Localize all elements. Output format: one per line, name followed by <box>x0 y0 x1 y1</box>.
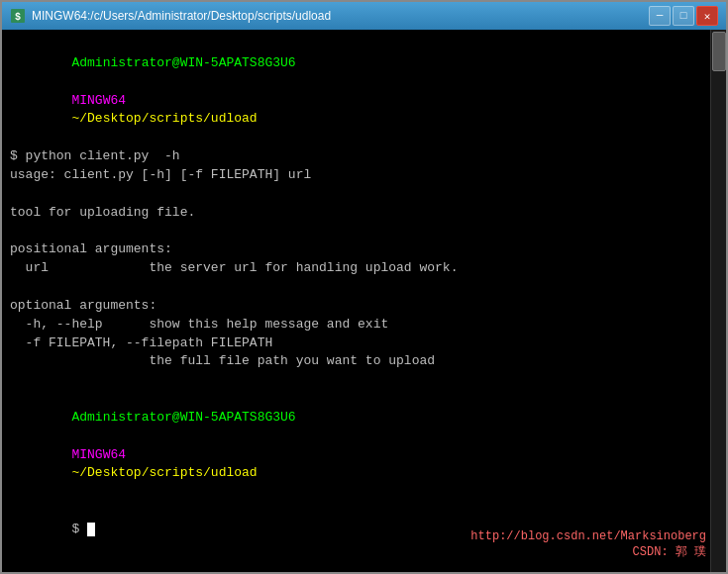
prompt-line-2: Administrator@WIN-5APATS8G3U6 MINGW64 ~/… <box>10 390 702 502</box>
optional-header: optional arguments: <box>10 297 702 316</box>
prompt2-path: ~/Desktop/scripts/udload <box>71 465 257 480</box>
command-line-1: $ python client.py -h <box>10 147 702 166</box>
optional-filepath-desc: the full file path you want to upload <box>10 352 702 371</box>
window-icon: $ <box>10 8 26 24</box>
optional-help: -h, --help show this help message and ex… <box>10 316 702 335</box>
watermark-link: http://blog.csdn.net/Marksinoberg <box>470 529 706 543</box>
close-button[interactable]: ✕ <box>696 6 718 26</box>
watermark: http://blog.csdn.net/Marksinoberg CSDN: … <box>470 529 706 560</box>
svg-text:$: $ <box>15 12 21 23</box>
window-controls: ─ □ ✕ <box>649 6 718 26</box>
blank-line-4 <box>10 371 702 390</box>
blank-line-3 <box>10 278 702 297</box>
blank-line-2 <box>10 222 702 240</box>
maximize-button[interactable]: □ <box>673 6 694 26</box>
prompt1-user: Administrator@WIN-5APATS8G3U6 <box>71 55 295 70</box>
positional-header: positional arguments: <box>10 240 702 259</box>
tool-line: tool for uploading file. <box>10 204 702 223</box>
prompt1-space <box>71 74 79 89</box>
prompt2-space <box>71 429 79 443</box>
watermark-csdn: CSDN: 郭 璞 <box>470 543 706 560</box>
cursor <box>87 523 95 536</box>
prompt2-shell: MINGW64 <box>71 447 126 462</box>
prompt1-path: ~/Desktop/scripts/udload <box>71 111 257 126</box>
blank-line-1 <box>10 185 702 204</box>
titlebar: $ MINGW64:/c/Users/Administrator/Desktop… <box>2 2 726 30</box>
scrollbar[interactable] <box>710 30 726 572</box>
minimize-button[interactable]: ─ <box>649 6 671 26</box>
positional-url: url the server url for handling upload w… <box>10 259 702 278</box>
scrollbar-thumb[interactable] <box>712 32 726 71</box>
prompt2-user: Administrator@WIN-5APATS8G3U6 <box>71 410 295 425</box>
prompt-line-1: Administrator@WIN-5APATS8G3U6 MINGW64 ~/… <box>10 36 702 147</box>
prompt-dollar: $ <box>71 522 87 536</box>
window-title: MINGW64:/c/Users/Administrator/Desktop/s… <box>32 9 649 23</box>
optional-filepath: -f FILEPATH, --filepath FILEPATH <box>10 335 702 353</box>
terminal-content[interactable]: Administrator@WIN-5APATS8G3U6 MINGW64 ~/… <box>2 30 710 572</box>
terminal-area: Administrator@WIN-5APATS8G3U6 MINGW64 ~/… <box>2 30 726 572</box>
usage-line: usage: client.py [-h] [-f FILEPATH] url <box>10 166 702 185</box>
prompt1-shell: MINGW64 <box>71 93 126 108</box>
terminal-window: $ MINGW64:/c/Users/Administrator/Desktop… <box>0 0 728 574</box>
